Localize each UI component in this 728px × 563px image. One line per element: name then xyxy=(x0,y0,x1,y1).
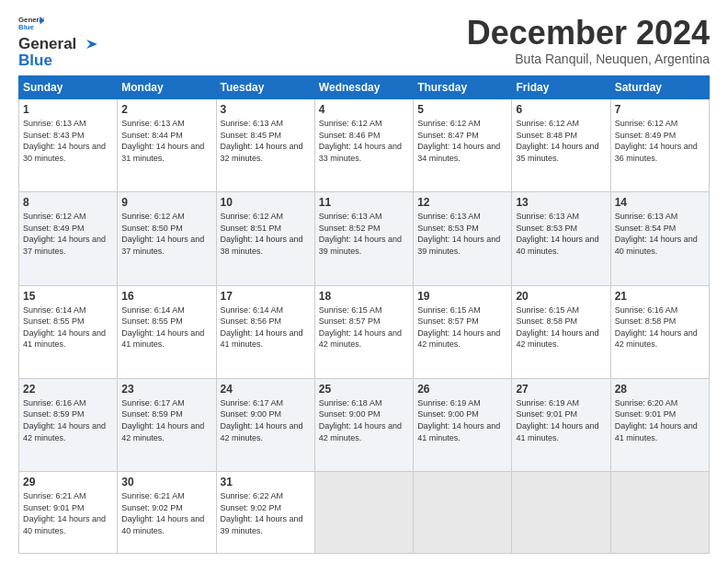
day-number: 16 xyxy=(121,290,211,303)
day-number: 30 xyxy=(121,476,211,488)
calendar-cell: 24 Sunrise: 6:17 AMSunset: 9:00 PMDaylig… xyxy=(216,378,314,471)
day-number: 2 xyxy=(121,103,211,116)
cell-content: Sunrise: 6:15 AMSunset: 8:57 PMDaylight:… xyxy=(319,305,402,350)
cell-content: Sunrise: 6:17 AMSunset: 8:59 PMDaylight:… xyxy=(121,398,204,442)
month-title: December 2024 xyxy=(467,15,710,52)
cell-content: Sunrise: 6:13 AMSunset: 8:44 PMDaylight:… xyxy=(121,119,204,163)
calendar-cell xyxy=(512,472,610,554)
calendar-cell: 10 Sunrise: 6:12 AMSunset: 8:51 PMDaylig… xyxy=(216,192,314,285)
calendar-cell: 30 Sunrise: 6:21 AMSunset: 9:02 PMDaylig… xyxy=(118,472,216,554)
calendar-week-row: 29 Sunrise: 6:21 AMSunset: 9:01 PMDaylig… xyxy=(19,472,710,554)
header: General Blue General Blue December 2024 … xyxy=(18,15,710,70)
day-number: 11 xyxy=(319,196,409,209)
calendar-cell: 1 Sunrise: 6:13 AMSunset: 8:43 PMDayligh… xyxy=(19,99,118,192)
page: General Blue General Blue December 2024 … xyxy=(0,0,728,563)
cell-content: Sunrise: 6:17 AMSunset: 9:00 PMDaylight:… xyxy=(221,398,303,442)
calendar-cell: 16 Sunrise: 6:14 AMSunset: 8:55 PMDaylig… xyxy=(118,285,216,378)
calendar-table: SundayMondayTuesdayWednesdayThursdayFrid… xyxy=(18,75,710,554)
calendar-cell: 11 Sunrise: 6:13 AMSunset: 8:52 PMDaylig… xyxy=(314,192,413,285)
logo: General Blue General Blue xyxy=(18,15,98,70)
calendar-cell xyxy=(610,472,709,554)
day-number: 4 xyxy=(319,103,409,116)
weekday-header-saturday: Saturday xyxy=(610,76,709,99)
weekday-header-tuesday: Tuesday xyxy=(216,76,314,99)
day-number: 7 xyxy=(615,103,705,116)
cell-content: Sunrise: 6:20 AMSunset: 9:01 PMDaylight:… xyxy=(615,398,698,442)
calendar-cell xyxy=(414,472,512,554)
logo-blue: Blue xyxy=(18,52,52,70)
calendar-cell: 7 Sunrise: 6:12 AMSunset: 8:49 PMDayligh… xyxy=(610,99,709,192)
cell-content: Sunrise: 6:12 AMSunset: 8:51 PMDaylight:… xyxy=(221,212,303,256)
cell-content: Sunrise: 6:13 AMSunset: 8:53 PMDaylight:… xyxy=(417,212,500,256)
cell-content: Sunrise: 6:18 AMSunset: 9:00 PMDaylight:… xyxy=(319,398,402,442)
calendar-cell: 21 Sunrise: 6:16 AMSunset: 8:58 PMDaylig… xyxy=(610,285,709,378)
calendar-cell: 19 Sunrise: 6:15 AMSunset: 8:57 PMDaylig… xyxy=(414,285,512,378)
day-number: 24 xyxy=(221,383,311,396)
calendar-cell: 13 Sunrise: 6:13 AMSunset: 8:53 PMDaylig… xyxy=(512,192,610,285)
weekday-header-sunday: Sunday xyxy=(19,76,118,99)
cell-content: Sunrise: 6:14 AMSunset: 8:55 PMDaylight:… xyxy=(121,305,204,350)
day-number: 12 xyxy=(417,196,507,209)
calendar-cell: 28 Sunrise: 6:20 AMSunset: 9:01 PMDaylig… xyxy=(610,378,709,471)
day-number: 10 xyxy=(221,196,311,209)
calendar-cell: 27 Sunrise: 6:19 AMSunset: 9:01 PMDaylig… xyxy=(512,378,610,471)
weekday-header-monday: Monday xyxy=(118,76,216,99)
calendar-cell: 20 Sunrise: 6:15 AMSunset: 8:58 PMDaylig… xyxy=(512,285,610,378)
weekday-header-friday: Friday xyxy=(512,76,610,99)
cell-content: Sunrise: 6:14 AMSunset: 8:55 PMDaylight:… xyxy=(23,305,106,350)
cell-content: Sunrise: 6:12 AMSunset: 8:50 PMDaylight:… xyxy=(121,212,204,256)
calendar-cell: 12 Sunrise: 6:13 AMSunset: 8:53 PMDaylig… xyxy=(414,192,512,285)
calendar-cell: 18 Sunrise: 6:15 AMSunset: 8:57 PMDaylig… xyxy=(314,285,413,378)
calendar-week-row: 22 Sunrise: 6:16 AMSunset: 8:59 PMDaylig… xyxy=(19,378,710,471)
calendar-cell: 25 Sunrise: 6:18 AMSunset: 9:00 PMDaylig… xyxy=(314,378,413,471)
logo-icon: General Blue xyxy=(18,15,44,31)
cell-content: Sunrise: 6:12 AMSunset: 8:49 PMDaylight:… xyxy=(23,212,106,256)
cell-content: Sunrise: 6:13 AMSunset: 8:43 PMDaylight:… xyxy=(23,119,106,163)
day-number: 25 xyxy=(319,383,409,396)
day-number: 14 xyxy=(615,196,705,209)
logo-bird xyxy=(77,38,97,51)
day-number: 1 xyxy=(23,103,113,116)
cell-content: Sunrise: 6:12 AMSunset: 8:48 PMDaylight:… xyxy=(516,119,598,163)
cell-content: Sunrise: 6:19 AMSunset: 9:01 PMDaylight:… xyxy=(516,398,598,442)
calendar-header-row: SundayMondayTuesdayWednesdayThursdayFrid… xyxy=(19,76,710,99)
cell-content: Sunrise: 6:13 AMSunset: 8:45 PMDaylight:… xyxy=(221,119,303,163)
calendar-cell: 17 Sunrise: 6:14 AMSunset: 8:56 PMDaylig… xyxy=(216,285,314,378)
day-number: 8 xyxy=(23,196,113,209)
cell-content: Sunrise: 6:16 AMSunset: 8:58 PMDaylight:… xyxy=(615,305,698,350)
day-number: 19 xyxy=(417,290,507,303)
svg-text:Blue: Blue xyxy=(18,23,35,31)
cell-content: Sunrise: 6:22 AMSunset: 9:02 PMDaylight:… xyxy=(221,491,303,535)
day-number: 22 xyxy=(23,383,113,396)
day-number: 3 xyxy=(221,103,311,116)
cell-content: Sunrise: 6:21 AMSunset: 9:01 PMDaylight:… xyxy=(23,491,106,535)
location: Buta Ranquil, Neuquen, Argentina xyxy=(467,52,710,66)
cell-content: Sunrise: 6:19 AMSunset: 9:00 PMDaylight:… xyxy=(417,398,500,442)
cell-content: Sunrise: 6:13 AMSunset: 8:53 PMDaylight:… xyxy=(516,212,598,256)
calendar-cell: 15 Sunrise: 6:14 AMSunset: 8:55 PMDaylig… xyxy=(19,285,118,378)
day-number: 6 xyxy=(516,103,606,116)
calendar-cell: 9 Sunrise: 6:12 AMSunset: 8:50 PMDayligh… xyxy=(118,192,216,285)
day-number: 29 xyxy=(23,476,113,488)
day-number: 9 xyxy=(121,196,211,209)
calendar-cell: 14 Sunrise: 6:13 AMSunset: 8:54 PMDaylig… xyxy=(610,192,709,285)
cell-content: Sunrise: 6:13 AMSunset: 8:52 PMDaylight:… xyxy=(319,212,402,256)
day-number: 18 xyxy=(319,290,409,303)
cell-content: Sunrise: 6:15 AMSunset: 8:57 PMDaylight:… xyxy=(417,305,500,350)
day-number: 17 xyxy=(221,290,311,303)
day-number: 13 xyxy=(516,196,606,209)
calendar-week-row: 8 Sunrise: 6:12 AMSunset: 8:49 PMDayligh… xyxy=(19,192,710,285)
calendar-cell: 6 Sunrise: 6:12 AMSunset: 8:48 PMDayligh… xyxy=(512,99,610,192)
weekday-header-wednesday: Wednesday xyxy=(314,76,413,99)
day-number: 23 xyxy=(121,383,211,396)
cell-content: Sunrise: 6:12 AMSunset: 8:46 PMDaylight:… xyxy=(319,119,402,163)
day-number: 15 xyxy=(23,290,113,303)
day-number: 5 xyxy=(417,103,507,116)
calendar-week-row: 1 Sunrise: 6:13 AMSunset: 8:43 PMDayligh… xyxy=(19,99,710,192)
cell-content: Sunrise: 6:12 AMSunset: 8:47 PMDaylight:… xyxy=(417,119,500,163)
logo-general: General xyxy=(18,35,76,53)
calendar-cell: 2 Sunrise: 6:13 AMSunset: 8:44 PMDayligh… xyxy=(118,99,216,192)
calendar-cell: 3 Sunrise: 6:13 AMSunset: 8:45 PMDayligh… xyxy=(216,99,314,192)
calendar-cell: 8 Sunrise: 6:12 AMSunset: 8:49 PMDayligh… xyxy=(19,192,118,285)
day-number: 20 xyxy=(516,290,606,303)
